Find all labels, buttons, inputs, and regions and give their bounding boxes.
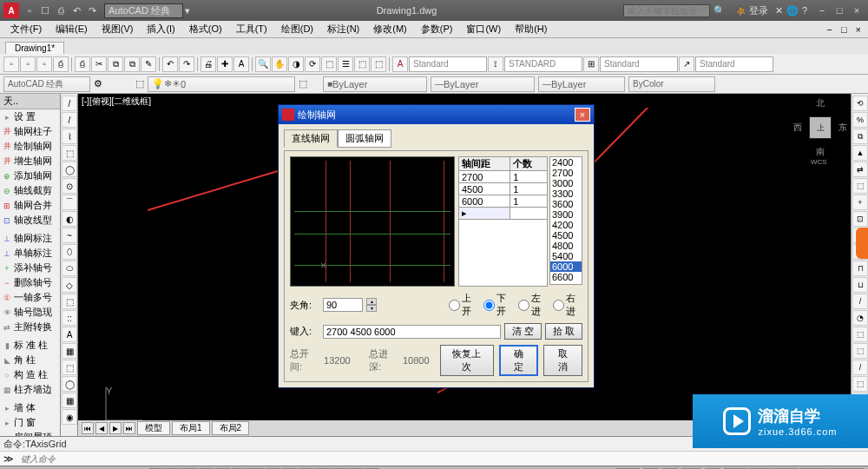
key-input[interactable] [323, 325, 501, 339]
pick-button[interactable]: 拾 取 [545, 323, 582, 340]
modify-tool-icon[interactable]: % [852, 112, 868, 128]
workspace-combo[interactable]: AutoCAD 经典 [3, 76, 90, 92]
spacing-table[interactable]: 轴间距个数 27001 45001 60001 ▸ [458, 156, 548, 287]
panel-item[interactable]: ⊖轴线截剪 [0, 183, 60, 198]
preset-item[interactable]: 2700 [550, 168, 582, 178]
layer-props-icon[interactable]: ⬚ [135, 78, 144, 89]
help-icon[interactable]: ? [802, 5, 807, 16]
plus-icon[interactable]: ✚ [217, 56, 233, 72]
menu-window[interactable]: 窗口(W) [459, 23, 508, 36]
ok-button[interactable]: 确 定 [499, 345, 538, 376]
mleaderstyle-icon[interactable]: ↗ [679, 56, 694, 72]
search-input[interactable] [623, 4, 710, 17]
panel-item[interactable]: ○构 造 柱 [0, 367, 60, 382]
panel-item[interactable]: ⊥轴网标注 [0, 231, 60, 246]
draw-tool-icon[interactable]: ⌒ [62, 195, 77, 210]
tab-nav-last[interactable]: ⏭ [123, 422, 135, 434]
zoom-prev-icon[interactable]: ⬚ [321, 56, 337, 72]
text-icon[interactable]: A [233, 56, 249, 72]
modify-tool-icon[interactable]: ⧉ [852, 129, 868, 144]
restore-button[interactable]: 恢复上次 [440, 345, 494, 376]
draw-tool-icon[interactable]: ~ [62, 228, 77, 243]
direction-radio[interactable]: 下开 [483, 292, 513, 318]
cell[interactable]: 1 [510, 171, 548, 183]
maximize-button[interactable]: □ [832, 4, 847, 17]
toolpalette-icon[interactable]: ⬚ [371, 56, 386, 72]
save-icon[interactable]: ▫ [36, 56, 52, 72]
settings-icon[interactable]: ⚙ [94, 78, 102, 89]
qat-icon[interactable]: ☐ [38, 3, 52, 17]
panel-item[interactable]: ▦柱齐墙边 [0, 382, 60, 397]
view-cube[interactable]: 北 南 西 东 上 WCS [793, 97, 847, 162]
draw-tool-icon[interactable]: ⬚ [62, 145, 77, 161]
sheet-icon[interactable]: ⬚ [354, 56, 370, 72]
cloud-icon[interactable]: 🌐 [786, 5, 799, 17]
draw-tool-icon[interactable]: :: [62, 310, 77, 326]
modify-tool-icon[interactable]: ▲ [852, 145, 868, 161]
modify-tool-icon[interactable]: ⬚ [852, 178, 868, 194]
modify-tool-icon[interactable]: ⬚ [852, 343, 868, 359]
draw-tool-icon[interactable]: ⬭ [62, 261, 77, 276]
angle-input[interactable] [323, 298, 363, 312]
tab-nav-next[interactable]: ▶ [109, 422, 122, 434]
menu-parametric[interactable]: 参数(P) [414, 23, 460, 36]
panel-item[interactable]: ◣角 柱 [0, 353, 60, 367]
clear-button[interactable]: 清 空 [504, 323, 542, 340]
draw-tool-icon[interactable]: ▦ [62, 393, 77, 408]
dimstyle-icon[interactable]: ⟟ [488, 56, 503, 72]
draw-tool-icon[interactable]: / [62, 96, 77, 111]
modify-tool-icon[interactable]: ⟲ [852, 96, 868, 111]
panel-item[interactable]: ⇄主附转换 [0, 320, 60, 334]
direction-radio[interactable]: 右进 [553, 292, 582, 318]
modify-tool-icon[interactable]: ⊡ [852, 211, 868, 227]
menu-insert[interactable]: 插入(I) [140, 23, 181, 36]
file-tab-active[interactable]: Drawing1* [5, 42, 64, 54]
tab-layout2[interactable]: 布局2 [212, 421, 250, 435]
menu-file[interactable]: 文件(F) [3, 23, 49, 36]
tablestyle-icon[interactable]: ⊞ [583, 56, 599, 72]
draw-tool-icon[interactable]: ⌇ [62, 129, 77, 144]
zoom-icon[interactable]: 🔍 [255, 56, 271, 72]
menu-format[interactable]: 格式(O) [182, 23, 229, 36]
direction-radio[interactable]: 左进 [518, 292, 548, 318]
layer-combo[interactable]: 💡❄☀ 0 [148, 76, 295, 92]
dialog-close-button[interactable]: × [575, 108, 590, 122]
minimize-button[interactable]: − [814, 4, 830, 17]
cell[interactable]: 2700 [459, 171, 510, 183]
panel-item[interactable]: 井轴网柱子 [0, 124, 60, 139]
cell[interactable]: 1 [510, 183, 548, 195]
draw-tool-icon[interactable]: ⬚ [62, 360, 77, 375]
plot-icon[interactable]: 🖨 [201, 56, 216, 72]
nav-south[interactable]: 南 [816, 146, 825, 158]
dimstyle-combo[interactable]: STANDARD [504, 56, 582, 72]
tab-nav-prev[interactable]: ◀ [95, 422, 108, 434]
print-icon[interactable]: ⎙ [75, 56, 90, 72]
draw-tool-icon[interactable]: ⬯ [62, 244, 77, 260]
cell[interactable]: ▸ [459, 208, 510, 220]
nav-wcs[interactable]: WCS [811, 158, 827, 166]
draw-tool-icon[interactable]: A [62, 327, 77, 342]
panel-item[interactable]: 井绘制轴网 [0, 139, 60, 154]
qat-icon[interactable]: ↶ [69, 3, 83, 17]
qat-icon[interactable]: ▫ [23, 3, 36, 17]
preset-item[interactable]: 4200 [550, 220, 582, 230]
panel-item[interactable]: ⊥单轴标注 [0, 246, 60, 261]
panel-item[interactable]: ▸门 窗 [0, 415, 60, 430]
panel-item[interactable]: 井增生轴网 [0, 154, 60, 168]
menu-edit[interactable]: 编辑(E) [49, 23, 95, 36]
draw-tool-icon[interactable]: ◉ [62, 409, 77, 425]
match-icon[interactable]: ✎ [141, 56, 156, 72]
command-input[interactable] [21, 454, 865, 464]
modify-tool-icon[interactable]: + [852, 195, 868, 210]
preset-item[interactable]: 7500 [550, 282, 582, 285]
modify-tool-icon[interactable]: ⬚ [852, 376, 868, 392]
panel-item[interactable]: ①一轴多号 [0, 290, 60, 305]
copy-icon[interactable]: ⧉ [108, 56, 123, 72]
menu-help[interactable]: 帮助(H) [508, 23, 554, 36]
orbit-icon[interactable]: ◑ [288, 56, 304, 72]
menu-view[interactable]: 视图(V) [95, 23, 141, 36]
lineweight-combo[interactable]: — ByLayer [538, 76, 625, 92]
draw-tool-icon[interactable]: ⊙ [62, 178, 77, 194]
qat-icon[interactable]: ⎙ [54, 3, 68, 17]
modify-tool-icon[interactable]: ⇄ [852, 162, 868, 177]
